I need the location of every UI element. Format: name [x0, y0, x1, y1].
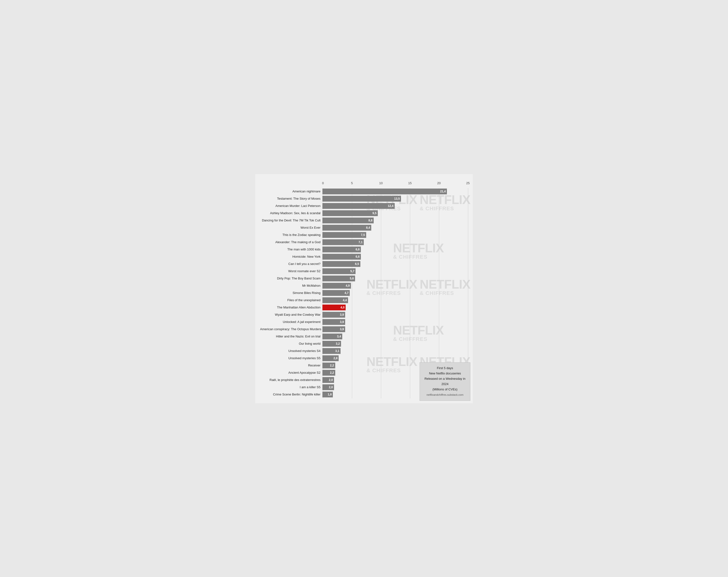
legend-box: First 5 daysNew Netflix docuseriesReleas…	[420, 362, 470, 401]
bar-label: Can I tell you a secret?	[260, 262, 322, 266]
bar-label: Unsolved mysteries S5	[260, 356, 322, 360]
bar-label: Wyatt Earp and the Cowboy War	[260, 313, 322, 316]
bar-row: Alexander: The making of a God7,1	[260, 239, 468, 245]
bar-row: Can I tell you a secret?6,5	[260, 261, 468, 267]
bar-value: 2,0	[329, 378, 334, 382]
bar-label: Raël, le prophète des extraterrestres	[260, 378, 322, 382]
bar-fill: 1,8	[322, 392, 333, 397]
bar-value: 4,7	[344, 291, 350, 295]
bar-track: 4,7	[322, 290, 468, 296]
bar-value: 2,0	[329, 386, 334, 389]
bar-fill: 4,7	[322, 290, 350, 296]
bar-label: Hitler and the Nazis: Evil on trial	[260, 335, 322, 338]
bar-row: Homicide: New York6,6	[260, 253, 468, 260]
bar-fill: 21,4	[322, 188, 447, 194]
x-tick-10: 10	[379, 181, 383, 185]
bar-track: 21,4	[322, 188, 468, 194]
bar-fill: 5,6	[322, 276, 355, 281]
bar-fill: 2,2	[322, 370, 335, 376]
bar-track: 5,6	[322, 276, 468, 281]
bar-fill: 13,5	[322, 196, 401, 202]
bar-row: The Manhattan Alien Abduction4,0	[260, 304, 468, 311]
bar-value: 9,5	[372, 211, 378, 215]
bar-value: 2,2	[330, 364, 335, 367]
bar-row: Mr McMahon4,9	[260, 282, 468, 289]
bar-label: Worst Ex Ever	[260, 226, 322, 229]
legend-source: netflixandchiffres.substack.com	[426, 393, 464, 396]
bar-fill: 8,8	[322, 217, 374, 224]
bar-value: 2,2	[330, 371, 335, 374]
bar-value: 6,6	[356, 248, 361, 251]
bar-fill: 2,0	[322, 377, 334, 383]
bar-row: Our living world3,2	[260, 340, 468, 347]
bar-value: 5,7	[350, 269, 356, 273]
bar-label: Ashley Madison: Sex, lies & scandal	[260, 211, 322, 215]
bar-track: 7,5	[322, 232, 468, 238]
bar-label: Testament: The Story of Moses	[260, 197, 322, 201]
bar-fill: 2,2	[322, 363, 335, 368]
bar-fill: 3,9	[322, 326, 345, 332]
bar-value: 5,6	[350, 277, 355, 280]
bar-fill: 3,9	[322, 319, 345, 325]
bar-fill: 2,8	[322, 355, 339, 361]
bar-track: 5,7	[322, 268, 468, 274]
x-axis: 0 5 10 15 20 25	[323, 181, 468, 187]
bar-value: 4,4	[343, 298, 348, 302]
bar-label: Worst roomate ever S2	[260, 269, 322, 273]
bar-label: American nightmare	[260, 189, 322, 193]
bar-label: Receiver	[260, 364, 322, 367]
bar-row: The man with 1000 kids6,6	[260, 246, 468, 253]
bar-value: 12,4	[388, 204, 394, 208]
bar-label: The Manhattan Alien Abduction	[260, 306, 322, 309]
bar-track: 3,9	[322, 326, 468, 332]
bar-fill: 3,9	[322, 312, 345, 318]
bar-row: American Murder: Laci Peterson12,4	[260, 203, 468, 209]
bar-value: 21,4	[440, 190, 447, 193]
bar-value: 13,5	[394, 197, 401, 201]
bar-fill: 12,4	[322, 203, 395, 209]
x-tick-25: 25	[466, 181, 470, 185]
bar-fill: 3,4	[322, 334, 342, 339]
bar-row: Files of the unexplained4,4	[260, 297, 468, 304]
bar-track: 6,6	[322, 246, 468, 252]
bar-label: Our living world	[260, 342, 322, 345]
bar-track: 3,2	[322, 341, 468, 347]
bar-row: Dirty Pop: The Boy Band Scam5,6	[260, 275, 468, 282]
bar-fill: 6,6	[322, 254, 361, 260]
bar-fill: 4,0	[322, 305, 346, 310]
bar-fill: 2,0	[322, 384, 334, 390]
bar-label: Unsolved mysteries S4	[260, 349, 322, 353]
bar-label: American conspiracy: The Octopus Murders	[260, 327, 322, 331]
bar-track: 13,5	[322, 196, 468, 202]
bar-fill: 4,9	[322, 283, 351, 289]
bar-value: 3,9	[340, 320, 345, 324]
bar-row: Unlocked: A jail experiment3,9	[260, 319, 468, 325]
x-tick-15: 15	[408, 181, 412, 185]
bar-value: 1,8	[328, 393, 333, 396]
bar-value: 2,8	[334, 357, 339, 360]
bar-track: 6,5	[322, 261, 468, 267]
bar-row: Ashley Madison: Sex, lies & scandal9,5	[260, 210, 468, 217]
bar-value: 6,6	[356, 255, 361, 258]
bar-label: I am a killer S5	[260, 385, 322, 389]
bar-track: 3,9	[322, 319, 468, 325]
bar-row: This is the Zodiac speaking7,5	[260, 232, 468, 238]
chart-container: NETFLIX & CHIFFRES NETFLIX & CHIFFRES NE…	[255, 174, 473, 403]
bar-track: 8,4	[322, 225, 468, 231]
bar-track: 9,5	[322, 210, 468, 216]
bar-fill: 7,1	[322, 239, 364, 245]
bar-label: Crime Scene Berlin: Nightlife killer	[260, 393, 322, 396]
bar-label: Alexander: The making of a God	[260, 240, 322, 244]
bar-value: 3,2	[336, 342, 341, 345]
legend-title: First 5 daysNew Netflix docuseriesReleas…	[424, 366, 466, 391]
bar-label: Dirty Pop: The Boy Band Scam	[260, 277, 322, 280]
bar-value: 3,4	[337, 335, 342, 338]
bar-value: 3,9	[340, 327, 345, 331]
bar-fill: 3,2	[322, 341, 341, 347]
bar-value: 7,1	[359, 240, 364, 244]
bar-fill: 7,5	[322, 232, 366, 238]
bar-row: Unsolved mysteries S43,1	[260, 348, 468, 355]
x-tick-20: 20	[437, 181, 441, 185]
bar-fill: 5,7	[322, 268, 356, 274]
bar-row: Testament: The Story of Moses13,5	[260, 195, 468, 202]
